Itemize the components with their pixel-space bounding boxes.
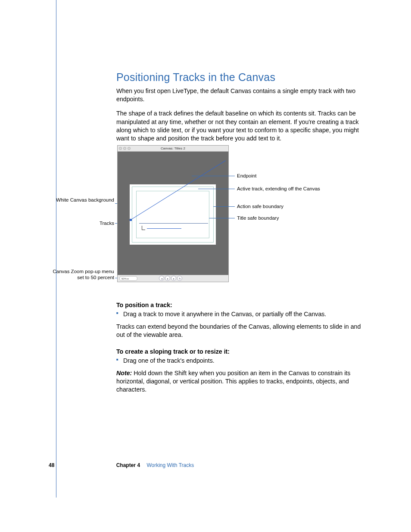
note-paragraph: Note: Hold down the Shift key when you p… (116, 369, 371, 394)
label-endpoint: Endpoint (237, 173, 366, 179)
label-tracks: Tracks (45, 221, 114, 227)
body-paragraph: Tracks can extend beyond the boundaries … (116, 323, 371, 339)
intro-paragraph-1: When you first open LiveType, the defaul… (116, 87, 371, 103)
section-heading: Positioning Tracks in the Canvas (116, 71, 371, 84)
bullet-item: Drag one of the track's endpoints. (116, 357, 371, 365)
chapter-label: Chapter 4 (116, 462, 140, 468)
bullet-item: Drag a track to move it anywhere in the … (116, 310, 371, 318)
play-icon[interactable]: ▸ (165, 276, 170, 281)
label-title-safe: Title safe boundary (237, 215, 366, 221)
track-endpoint (130, 219, 132, 221)
leader-line (192, 176, 235, 176)
label-zoom: Canvas Zoom pop-up menu set to 50 percen… (45, 269, 114, 281)
label-white-canvas: White Canvas background (45, 197, 114, 203)
intro-paragraph-2: The shape of a track defines the default… (116, 109, 371, 143)
canvas-area (118, 152, 228, 275)
next-icon[interactable]: ▸ (171, 276, 176, 281)
canvas-figure: White Canvas background Tracks Canvas Zo… (45, 144, 373, 286)
window-titlebar: Canvas: Titles 2 (118, 146, 228, 152)
note-body: Hold down the Shift key when you positio… (116, 370, 350, 393)
page-footer: 48 Chapter 4 Working With Tracks (49, 462, 350, 468)
transport-controls: ◂ ▸ ▸ ↻ (159, 276, 182, 281)
traffic-lights (119, 147, 131, 150)
title-safe-rect (136, 191, 209, 238)
label-active-track: Active track, extending off the Canvas (237, 186, 366, 192)
track-line (147, 228, 181, 229)
note-label: Note: (116, 370, 132, 376)
canvas-window: Canvas: Titles 2 50% ▸ ◂ ▸ ▸ (117, 145, 229, 282)
lower-content: To position a track: Drag a track to mov… (116, 293, 371, 400)
track-line (139, 223, 208, 224)
zoom-popup[interactable]: 50% ▸ (119, 276, 137, 281)
loop-icon[interactable]: ↻ (177, 276, 182, 281)
leader-line (198, 189, 235, 189)
window-title: Canvas: Titles 2 (161, 146, 185, 150)
track-bracket (142, 226, 145, 230)
subhead-slope: To create a sloping track or to resize i… (116, 348, 371, 355)
page-number: 48 (49, 462, 54, 468)
window-bottombar: 50% ▸ ◂ ▸ ▸ ↻ (118, 275, 228, 282)
leader-line (209, 218, 235, 218)
subhead-position: To position a track: (116, 302, 371, 308)
prev-icon[interactable]: ◂ (159, 276, 164, 281)
label-action-safe: Action safe boundary (237, 204, 366, 210)
chapter-title: Working With Tracks (146, 462, 194, 468)
leader-line (213, 206, 235, 207)
main-content: Positioning Tracks in the Canvas When yo… (116, 71, 371, 149)
